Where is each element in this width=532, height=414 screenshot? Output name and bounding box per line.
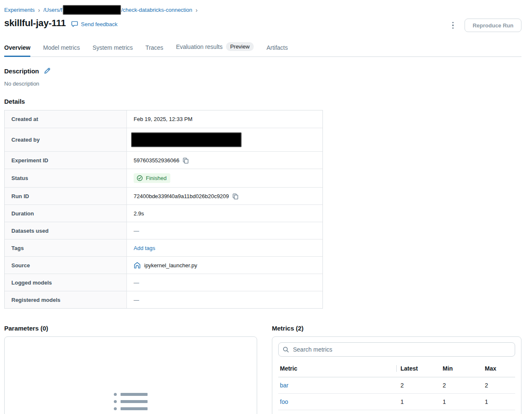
table-row: Logged models — xyxy=(5,274,322,291)
tab-artifacts[interactable]: Artifacts xyxy=(266,42,288,57)
registered-models-empty-value: — xyxy=(134,297,139,303)
copy-icon xyxy=(232,193,239,199)
metrics-heading: Metrics (2) xyxy=(272,325,521,332)
header-row: skillful-jay-111 Send feedback Reproduce… xyxy=(4,18,521,32)
metric-link-foo[interactable]: foo xyxy=(280,398,288,405)
duration-value: 2.9s xyxy=(134,210,144,217)
column-header-latest: Latest xyxy=(397,365,439,372)
parameters-panel xyxy=(4,336,257,414)
breadcrumb-experiments-link[interactable]: Experiments xyxy=(4,7,35,13)
metrics-table-header: Metric Latest Min Max xyxy=(278,363,515,377)
breadcrumb-path-prefix: /Users/f xyxy=(43,7,62,13)
copy-button[interactable] xyxy=(183,157,189,164)
page-title: skillful-jay-111 xyxy=(4,18,66,29)
parameters-heading: Parameters (0) xyxy=(4,325,257,332)
metric-latest-value: 2 xyxy=(397,382,439,389)
created-at-value: Feb 19, 2025, 12:33 PM xyxy=(134,116,192,122)
empty-list-illustration xyxy=(114,393,148,414)
copy-icon xyxy=(183,157,189,164)
breadcrumb: Experiments › /Users/f/check-databricks-… xyxy=(4,5,521,15)
notebook-home-icon xyxy=(134,262,141,269)
metric-min-value: 2 xyxy=(439,382,481,389)
chevron-right-icon: › xyxy=(38,7,40,13)
table-row: Created by xyxy=(5,128,322,151)
preview-badge: Preview xyxy=(226,42,254,51)
table-row: foo 1 1 1 xyxy=(278,394,515,410)
status-badge: Finished xyxy=(134,173,170,183)
table-row: Created at Feb 19, 2025, 12:33 PM xyxy=(5,110,322,128)
details-table: Created at Feb 19, 2025, 12:33 PM Create… xyxy=(4,110,323,309)
table-row: Tags Add tags xyxy=(5,239,322,256)
experiment-id-value: 597603552936066 xyxy=(134,157,179,164)
column-header-max: Max xyxy=(481,365,515,372)
check-circle-icon xyxy=(137,175,143,181)
pencil-icon xyxy=(43,67,51,75)
tab-system-metrics[interactable]: System metrics xyxy=(92,42,133,57)
source-value: ipykernel_launcher.py xyxy=(144,262,197,269)
breadcrumb-path-suffix: /check-databricks-connection xyxy=(121,7,192,13)
metric-latest-value: 1 xyxy=(397,398,439,405)
logged-models-empty-value: — xyxy=(134,280,139,286)
search-metrics-input[interactable] xyxy=(278,342,515,357)
reproduce-run-button[interactable]: Reproduce Run xyxy=(465,19,521,32)
metric-link-bar[interactable]: bar xyxy=(280,382,288,389)
table-row: Run ID 72400bde339f40a9a11bd026b20c9209 xyxy=(5,187,322,204)
datasets-empty-value: — xyxy=(134,228,139,234)
column-header-min: Min xyxy=(439,365,481,372)
speech-bubble-icon xyxy=(71,20,78,28)
no-description-text: No description xyxy=(4,81,521,87)
metric-max-value: 1 xyxy=(481,398,515,405)
redaction-box xyxy=(131,132,242,147)
description-heading: Description xyxy=(4,67,39,75)
tab-overview[interactable]: Overview xyxy=(4,42,30,57)
tab-model-metrics[interactable]: Model metrics xyxy=(43,42,80,57)
run-id-value: 72400bde339f40a9a11bd026b20c9209 xyxy=(134,193,229,199)
overflow-menu-button[interactable] xyxy=(449,19,457,32)
metric-min-value: 1 xyxy=(439,398,481,405)
tab-evaluation-results[interactable]: Evaluation results Preview xyxy=(176,40,254,57)
table-row: Registered models — xyxy=(5,291,322,308)
breadcrumb-experiment-path-link[interactable]: /Users/f/check-databricks-connection xyxy=(43,5,192,15)
details-heading: Details xyxy=(4,98,521,105)
copy-button[interactable] xyxy=(232,193,239,199)
chevron-right-icon: › xyxy=(196,7,198,13)
tab-bar: Overview Model metrics System metrics Tr… xyxy=(4,40,521,57)
metrics-panel: Metric Latest Min Max bar 2 2 2 foo 1 xyxy=(272,336,521,414)
run-overview-page: Experiments › /Users/f/check-databricks-… xyxy=(0,0,532,414)
tab-traces[interactable]: Traces xyxy=(145,42,163,57)
table-row: Experiment ID 597603552936066 xyxy=(5,151,322,169)
add-tags-link[interactable]: Add tags xyxy=(134,245,155,251)
edit-description-button[interactable] xyxy=(43,67,51,75)
table-row: Duration 2.9s xyxy=(5,204,322,222)
table-row: Status Finished xyxy=(5,169,322,187)
column-header-metric: Metric xyxy=(278,365,397,372)
table-row: Datasets used — xyxy=(5,222,322,239)
redaction-box xyxy=(63,5,121,15)
table-row: bar 2 2 2 xyxy=(278,377,515,394)
send-feedback-link[interactable]: Send feedback xyxy=(71,20,118,28)
search-icon xyxy=(282,346,289,355)
table-row: Source ipykernel_launcher.py xyxy=(5,256,322,274)
metric-max-value: 2 xyxy=(481,382,515,389)
metrics-table: Metric Latest Min Max bar 2 2 2 foo 1 xyxy=(278,363,515,410)
